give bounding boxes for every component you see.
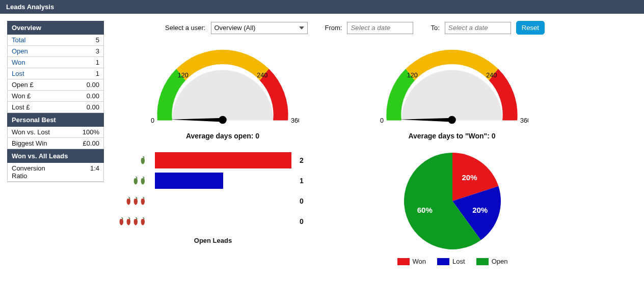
pepper-icon bbox=[132, 176, 140, 185]
legend-swatch bbox=[476, 258, 489, 265]
chevron-down-icon bbox=[299, 26, 304, 30]
won-gbp-label: Won £ bbox=[12, 92, 31, 100]
open-gbp-value: 0.00 bbox=[87, 81, 99, 89]
pepper-icon bbox=[118, 217, 125, 226]
page-title: Leads Analysis bbox=[6, 3, 54, 11]
pie-pct-won: 20% bbox=[462, 173, 477, 182]
select-user-label: Select a user: bbox=[165, 24, 206, 32]
gauge-avg-days-won: 0 120 240 360 Average days to "Won": 0 bbox=[368, 44, 536, 140]
bar-value: 1 bbox=[300, 177, 310, 185]
won-vs-lost-label: Won vs. Lost bbox=[12, 128, 50, 136]
sidebar: Overview Total 5 Open 3 Won 1 Lost 1 bbox=[7, 21, 104, 265]
bar-row: 0 bbox=[116, 191, 310, 211]
select-user-dropdown[interactable]: Overview (All) bbox=[211, 22, 308, 34]
select-user-value: Overview (All) bbox=[214, 24, 256, 32]
lost-gbp-value: 0.00 bbox=[87, 103, 99, 111]
heat-icons bbox=[116, 217, 147, 226]
open-link[interactable]: Open bbox=[12, 47, 28, 55]
legend-label: Won bbox=[413, 258, 426, 265]
won-gbp-value: 0.00 bbox=[87, 92, 99, 100]
won-link[interactable]: Won bbox=[12, 59, 25, 66]
won-vs-lost-value: 100% bbox=[83, 128, 99, 136]
pepper-icon bbox=[125, 196, 132, 206]
open-gbp-label: Open £ bbox=[12, 81, 34, 89]
reset-button[interactable]: Reset bbox=[516, 21, 545, 35]
legend-swatch bbox=[397, 258, 410, 265]
gauge-tick-120: 120 bbox=[178, 72, 189, 79]
gauge-avg-days-won-label: Average days to "Won": 0 bbox=[368, 132, 536, 140]
svg-text:360: 360 bbox=[520, 117, 528, 124]
open-value: 3 bbox=[96, 47, 99, 55]
gauge-tick-360: 360 bbox=[291, 117, 299, 124]
pepper-icon bbox=[132, 217, 140, 226]
legend-swatch bbox=[437, 258, 449, 265]
lost-gbp-label: Lost £ bbox=[12, 103, 30, 111]
leads-pie-chart: 20%20%60% WonLostOpen bbox=[371, 150, 534, 265]
pepper-icon bbox=[125, 217, 132, 226]
bar-track bbox=[155, 193, 291, 209]
svg-text:240: 240 bbox=[486, 72, 497, 79]
main-area: Select a user: Overview (All) From: To: … bbox=[116, 21, 637, 265]
to-label: To: bbox=[431, 24, 439, 32]
total-value: 5 bbox=[96, 36, 99, 44]
bar-track bbox=[155, 173, 291, 189]
lost-value: 1 bbox=[96, 70, 99, 77]
legend-label: Open bbox=[492, 258, 508, 265]
bar-row: 2 bbox=[116, 150, 310, 171]
gauges-row: 0 120 240 360 Average days open: 0 bbox=[116, 44, 637, 140]
pie-pct-open: 60% bbox=[417, 206, 433, 214]
legend-item-open: Open bbox=[476, 258, 508, 265]
bar-value: 0 bbox=[300, 217, 310, 225]
legend-item-lost: Lost bbox=[437, 258, 465, 265]
overview-section-head: Overview bbox=[7, 21, 104, 35]
gauge-tick-0: 0 bbox=[151, 117, 154, 124]
heat-icons bbox=[116, 156, 147, 165]
svg-text:0: 0 bbox=[380, 117, 384, 124]
bar-track bbox=[155, 152, 291, 168]
pepper-icon bbox=[140, 217, 147, 226]
overview-total-row: Total 5 bbox=[8, 35, 103, 46]
pepper-icon bbox=[140, 176, 147, 185]
from-label: From: bbox=[325, 24, 342, 32]
total-link[interactable]: Total bbox=[12, 36, 25, 44]
biggest-win-label: Biggest Win bbox=[12, 139, 47, 147]
bar-value: 0 bbox=[300, 197, 310, 205]
heat-icons bbox=[116, 196, 147, 206]
gauge-avg-days-open: 0 120 240 360 Average days open: 0 bbox=[139, 44, 307, 140]
bar-row: 0 bbox=[116, 211, 310, 232]
bar-track bbox=[155, 213, 291, 230]
from-date-input[interactable] bbox=[347, 22, 413, 34]
legend-label: Lost bbox=[452, 258, 465, 265]
svg-text:120: 120 bbox=[407, 72, 418, 79]
won-value: 1 bbox=[96, 59, 99, 66]
bar-row: 1 bbox=[116, 171, 310, 191]
biggest-win-value: £0.00 bbox=[83, 139, 99, 147]
pie-pct-lost: 20% bbox=[472, 206, 488, 214]
open-leads-bars: 2 1 0 0 Open Leads bbox=[116, 150, 310, 265]
conversion-ratio-label: Conversion Ratio bbox=[12, 164, 47, 180]
gauge-avg-days-open-label: Average days open: 0 bbox=[139, 132, 307, 140]
svg-point-5 bbox=[448, 116, 456, 124]
filters-bar: Select a user: Overview (All) From: To: … bbox=[116, 21, 637, 35]
svg-point-0 bbox=[219, 116, 227, 124]
won-vs-all-section-head: Won vs. All Leads bbox=[7, 149, 104, 163]
bar-fill bbox=[155, 173, 223, 189]
gauge-tick-240: 240 bbox=[257, 72, 267, 79]
legend-item-won: Won bbox=[397, 258, 426, 265]
pepper-icon bbox=[140, 196, 147, 206]
pie-legend: WonLostOpen bbox=[371, 258, 534, 265]
lost-link[interactable]: Lost bbox=[12, 70, 24, 77]
heat-icons bbox=[116, 176, 147, 185]
pepper-icon bbox=[132, 196, 140, 206]
bar-value: 2 bbox=[300, 156, 310, 164]
page-header: Leads Analysis bbox=[0, 0, 644, 14]
to-date-input[interactable] bbox=[445, 22, 511, 34]
pepper-icon bbox=[140, 156, 147, 165]
conversion-ratio-value: 1:4 bbox=[90, 164, 99, 180]
bar-fill bbox=[155, 152, 291, 168]
open-leads-caption: Open Leads bbox=[116, 237, 310, 244]
personal-best-section-head: Personal Best bbox=[7, 113, 104, 127]
